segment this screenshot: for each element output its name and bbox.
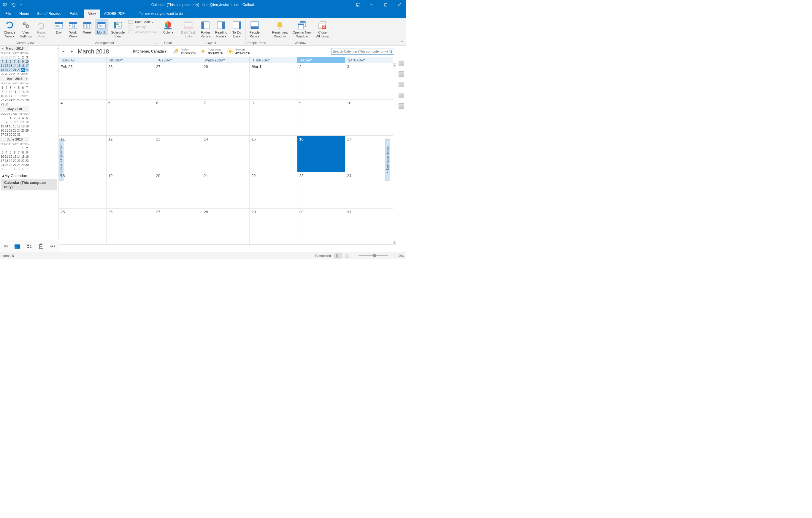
day-cell[interactable]: 29 (250, 209, 297, 244)
zoom-slider[interactable] (358, 255, 388, 256)
view-settings-button[interactable]: ViewSettings (18, 19, 34, 39)
day-cell[interactable]: Feb 25 (59, 63, 107, 99)
day-cell[interactable]: 16 (297, 136, 345, 172)
undo-icon[interactable] (11, 2, 16, 7)
day-cell[interactable]: 18 (59, 172, 107, 208)
weather-today[interactable]: Today28°F/22°F (172, 48, 196, 55)
day-cell[interactable]: 8 (250, 100, 297, 135)
day-cell[interactable]: 13 (154, 136, 202, 172)
day-cell[interactable]: 4 (59, 100, 107, 135)
day-cell[interactable]: 12 (107, 136, 154, 172)
menu-adobepdf[interactable]: ADOBE PDF (100, 9, 129, 18)
reading-pane-button[interactable]: ReadingPane ▾ (213, 19, 229, 39)
change-view-button[interactable]: ChangeView ▾ (2, 19, 18, 39)
day-cell[interactable]: 26 (107, 209, 154, 244)
calendar-peek2-icon[interactable] (399, 82, 404, 87)
calendar-peek3-icon[interactable] (399, 93, 404, 98)
menu-view[interactable]: View (84, 9, 100, 18)
prev-month-button[interactable]: ◄ (61, 49, 66, 54)
reminders-button[interactable]: RemindersWindow (270, 19, 290, 39)
day-cell[interactable]: 3 (345, 63, 393, 99)
menu-file[interactable]: File (1, 9, 15, 18)
time-scale-button[interactable]: Time Scale ▾ (127, 20, 157, 24)
calendar-peek-icon[interactable] (399, 71, 404, 77)
search-calendar-box[interactable] (331, 48, 394, 55)
search-icon[interactable] (388, 49, 393, 53)
prev-cal-icon[interactable]: ◄ (1, 47, 4, 50)
mail-nav-icon[interactable]: ✉ (4, 243, 8, 249)
menu-folder[interactable]: Folder (66, 9, 84, 18)
mini-cal-2[interactable]: May 2018SUMOTUWETHFRSA123456789101112131… (0, 106, 29, 137)
people-peek-icon[interactable] (399, 61, 404, 66)
nav-more-icon[interactable]: ••• (50, 244, 55, 249)
day-cell[interactable]: 22 (250, 172, 297, 208)
day-cell[interactable]: 23 (297, 172, 345, 208)
minimize-button[interactable] (365, 0, 379, 9)
day-cell[interactable]: 27 (154, 63, 202, 99)
zoom-in-button[interactable]: + (393, 254, 394, 257)
day-cell[interactable]: 9 (297, 100, 345, 135)
close-all-button[interactable]: CloseAll Items (314, 19, 331, 39)
day-cell[interactable]: 17 (345, 136, 393, 172)
cal-month-button[interactable]: Month (95, 19, 108, 35)
day-cell[interactable]: 27 (154, 209, 202, 244)
mini-cal-1[interactable]: April 2018►SUMOTUWETHFRSA123456789101112… (0, 76, 29, 106)
weather-tomorrow[interactable]: Tomorrow35°F/21°F (200, 48, 223, 55)
todo-bar-button[interactable]: To-DoBar ▾ (230, 19, 244, 39)
scroll-up-button[interactable]: ▲ (393, 63, 396, 67)
people-nav-icon[interactable] (26, 244, 32, 249)
view-reading-icon[interactable] (345, 254, 349, 257)
ribbon-display-icon[interactable] (351, 0, 365, 9)
send-receive-icon[interactable] (3, 2, 8, 7)
day-cell[interactable]: 10 (345, 100, 393, 135)
mini-cal-3[interactable]: June 2018SUMOTUWETHFRSA12345678910111213… (0, 137, 29, 171)
maximize-button[interactable] (379, 0, 393, 9)
calendar-peek4-icon[interactable] (399, 103, 404, 109)
menu-home[interactable]: Home (15, 9, 33, 18)
people-pane-button[interactable]: PeoplePane ▾ (248, 19, 262, 39)
day-cell[interactable]: 11 (59, 136, 107, 172)
cal-workweek-button[interactable]: WorkWeek (66, 19, 80, 39)
tell-me[interactable]: Tell me what you want to do (133, 9, 183, 18)
close-button[interactable] (393, 0, 406, 9)
next-cal-icon[interactable]: ► (26, 77, 28, 80)
color-button[interactable]: Color ▾ (161, 19, 175, 36)
collapse-ribbon-icon[interactable]: ⌃ (401, 40, 404, 44)
dialog-launcher[interactable]: ↘ (154, 42, 157, 45)
calendar-this-computer[interactable]: Calendar (This computer only) (1, 179, 57, 190)
cal-schedule-button[interactable]: ScheduleView (109, 19, 127, 39)
day-cell[interactable]: 19 (107, 172, 154, 208)
qat-dropdown-icon[interactable]: ▾ (19, 2, 24, 7)
day-cell[interactable]: 28 (202, 209, 250, 244)
search-input[interactable] (333, 50, 388, 53)
day-cell[interactable]: 6 (154, 100, 202, 135)
scroll-down-button[interactable]: ▼ (393, 241, 396, 245)
day-cell[interactable]: 15 (250, 136, 297, 172)
day-cell[interactable]: 14 (202, 136, 250, 172)
my-calendars-header[interactable]: ◢My Calendars (0, 171, 58, 179)
next-month-button[interactable]: ► (69, 49, 75, 54)
day-cell[interactable]: 2 (297, 63, 345, 99)
view-normal-icon[interactable] (334, 253, 342, 258)
day-cell[interactable]: Mar 1 (250, 63, 297, 99)
mini-cal-0[interactable]: ◄March 2018SUMOTUWETHFRSA252627281234567… (0, 46, 29, 76)
day-cell[interactable]: 21 (202, 172, 250, 208)
cal-day-button[interactable]: Day (52, 19, 66, 35)
zoom-out-button[interactable]: − (352, 254, 354, 257)
day-cell[interactable]: 26 (107, 63, 154, 99)
weather-sunday[interactable]: Sunday42°F/17°F (227, 48, 250, 55)
day-cell[interactable]: 7 (202, 100, 250, 135)
day-cell[interactable]: 31 (345, 209, 393, 244)
tasks-nav-icon[interactable] (39, 244, 44, 249)
day-cell[interactable]: 5 (107, 100, 154, 135)
day-cell[interactable]: 24 (345, 172, 393, 208)
day-cell[interactable]: 25 (59, 209, 107, 244)
day-cell[interactable]: 28 (202, 63, 250, 99)
day-cell[interactable]: 30 (297, 209, 345, 244)
folder-pane-button[interactable]: FolderPane ▾ (199, 19, 212, 39)
weather-location[interactable]: Kitchener, Canada ▾ (133, 49, 167, 53)
cal-week-button[interactable]: Week (81, 19, 94, 35)
day-cell[interactable]: 20 (154, 172, 202, 208)
menu-sendreceive[interactable]: Send / Receive (33, 9, 65, 18)
reset-view-button[interactable]: ResetView (34, 19, 48, 39)
